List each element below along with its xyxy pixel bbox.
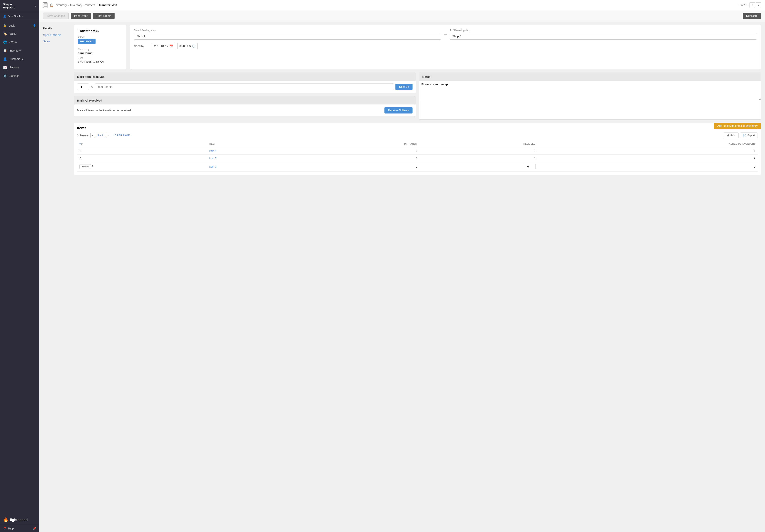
user-menu[interactable]: 👤 Jane Smith ▾ (0, 12, 39, 20)
page-next-button[interactable]: › (106, 133, 110, 138)
breadcrumb-inventory[interactable]: Inventory (55, 3, 67, 7)
help-label: Help (8, 527, 14, 530)
print-button[interactable]: 🖨 Print (724, 133, 739, 138)
flame-icon: 🔥 (3, 517, 8, 522)
cards-row: Transfer #36 Status RECEIVED Created by … (74, 25, 761, 69)
sidebar-item-customers[interactable]: 👤 Customers (0, 55, 39, 63)
need-by-row: Need by 2018-04-17 📅 08:00 am 🕐 (134, 43, 757, 49)
user-chevron-icon: ▾ (22, 15, 23, 17)
row3-received-input[interactable] (524, 164, 535, 169)
duplicate-button[interactable]: Duplicate (743, 13, 761, 19)
shop-name: Shop A (3, 3, 15, 6)
calendar-icon: 📅 (170, 45, 173, 48)
sidebar-header[interactable]: Shop A Register1 › (0, 0, 39, 12)
mark-all-header: Mark All Received (74, 97, 415, 105)
tab-sales[interactable]: Sales (43, 38, 71, 45)
print-order-button[interactable]: Print Order (71, 13, 91, 19)
row1-item-link[interactable]: Item 1 (209, 149, 217, 152)
created-by-label: Created by (78, 48, 123, 51)
col-received: RECEIVED (420, 140, 538, 147)
sent-value: 17/04/2018 10:55 AM (78, 60, 123, 63)
receive-all-button[interactable]: Receive All Items (384, 107, 412, 114)
row1-added: 1 (538, 147, 758, 155)
row2-received: 0 (420, 155, 538, 162)
row3-item-link[interactable]: Item 3 (209, 165, 217, 168)
status-label: Status (78, 36, 123, 38)
content-layout: Details Special Orders Sales Transfer #3… (43, 25, 761, 175)
col-item: ITEM (207, 140, 294, 147)
lock-label: Lock (9, 24, 15, 27)
row1-item: Item 1 (207, 147, 294, 155)
customers-label: Customers (9, 58, 23, 61)
breadcrumb-sep1: › (68, 3, 69, 7)
arrow-icon: → (443, 32, 447, 37)
breadcrumb: 📋 Inventory › Inventory Transfers › Tran… (50, 3, 737, 7)
row2-item-link[interactable]: Item 2 (209, 156, 217, 160)
logo-text: lightspeed (10, 518, 28, 522)
print-icon: 🖨 (727, 134, 729, 137)
notes-textarea[interactable]: Please send asap. (419, 81, 761, 100)
items-toolbar: 3 Results ‹ 1 - 3 › 15 PER PAGE 🖨 Print (77, 133, 758, 138)
receive-button[interactable]: Receive (395, 84, 412, 90)
transfer-title: Transfer #36 (78, 29, 123, 33)
prev-button[interactable]: ‹ (749, 2, 755, 8)
sidebar-item-inventory[interactable]: 📋 Inventory (0, 47, 39, 55)
page-range: 1 - 3 (96, 133, 105, 138)
col-num-label: # (81, 142, 83, 145)
register-name: Register1 (3, 6, 15, 9)
qty-input[interactable] (77, 84, 89, 90)
sent-label: Sent (78, 57, 123, 59)
row2-added: 2 (538, 155, 758, 162)
created-by-value: Jane Smith (78, 51, 123, 55)
to-shop-group: To / Receiving shop Shop B (450, 29, 757, 40)
page-prev-button[interactable]: ‹ (90, 133, 95, 138)
to-shop-select[interactable]: Shop B (450, 33, 757, 40)
sidebar-item-ecom[interactable]: 🌐 eCom (0, 38, 39, 47)
sidebar-item-settings[interactable]: ⚙️ Settings (0, 72, 39, 80)
panels-row: Mark Item Received ✕ Receive (74, 73, 761, 120)
date-value: 2018-04-17 (154, 45, 168, 48)
col-added: ADDED TO INVENTORY (538, 140, 758, 147)
export-icon: 📄 (743, 134, 746, 137)
clear-button[interactable]: ✕ (90, 85, 93, 89)
breadcrumb-icon: 📋 (50, 3, 54, 7)
customers-icon: 👤 (3, 57, 7, 61)
save-changes-button[interactable]: Save Changes (43, 13, 69, 19)
inventory-label: Inventory (9, 49, 21, 52)
add-inventory-button[interactable]: Add Received Items To Inventory (714, 123, 761, 129)
item-search-input[interactable] (95, 84, 394, 90)
export-button[interactable]: 📄 Export (740, 133, 758, 138)
pin-icon[interactable]: 📌 (33, 527, 36, 530)
date-input[interactable]: 2018-04-17 📅 (152, 43, 175, 49)
tab-details[interactable]: Details (43, 25, 71, 32)
lock-extra-icon: 👤 (33, 24, 36, 27)
pagination: ‹ 1 - 3 › (90, 133, 110, 138)
from-shop-select[interactable]: Shop A (134, 33, 441, 40)
return-button[interactable]: Return (79, 164, 91, 169)
mark-all-body: Mark all items on the transfer order rec… (74, 105, 415, 116)
ecom-icon: 🌐 (3, 40, 7, 44)
tab-special-orders[interactable]: Special Orders (43, 32, 71, 38)
reports-label: Reports (9, 66, 19, 69)
topbar-right: 5 of 13 ‹ › (739, 2, 761, 8)
sidebar-header-arrow-icon: › (35, 5, 36, 8)
print-labels-button[interactable]: Print Labels (93, 13, 115, 19)
sort-icon: ▾ (79, 143, 81, 145)
per-page-selector[interactable]: 15 PER PAGE (113, 134, 130, 137)
sidebar-item-reports[interactable]: 📈 Reports (0, 63, 39, 72)
breadcrumb-transfers[interactable]: Inventory Transfers (70, 3, 95, 7)
hamburger-button[interactable]: ☰ (43, 2, 47, 8)
sidebar-item-sales[interactable]: 🏷️ Sales (0, 30, 39, 38)
topbar: ☰ 📋 Inventory › Inventory Transfers › Tr… (39, 0, 765, 10)
clock-icon: 🕐 (192, 45, 195, 48)
help-button[interactable]: ❓ Help (3, 527, 14, 530)
mark-item-row: ✕ Receive (77, 84, 412, 90)
time-input[interactable]: 08:00 am 🕐 (177, 43, 198, 49)
panel-left: Mark Item Received ✕ Receive (74, 73, 416, 120)
sales-label: Sales (9, 32, 16, 35)
lock-icon: 🔒 (3, 24, 6, 27)
lightspeed-logo: 🔥 lightspeed (0, 515, 39, 525)
table-row: 2 Item 2 0 0 2 (77, 155, 758, 162)
next-button[interactable]: › (756, 2, 761, 8)
sidebar-item-lock[interactable]: 🔒 Lock 👤 (0, 22, 39, 30)
